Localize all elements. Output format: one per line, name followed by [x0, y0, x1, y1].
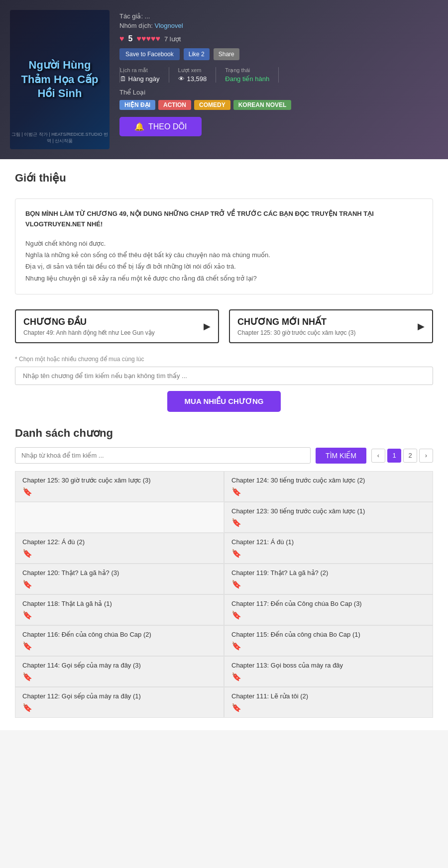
status-value: Đang tiến hành [225, 75, 269, 83]
genre-action[interactable]: ACTION [158, 100, 191, 110]
buy-section: * Chọn một hoặc nhiều chương để mua cùng… [15, 356, 433, 412]
intro-line-2: Nghĩa là những kẻ còn sống có thể thêu d… [25, 249, 423, 261]
stars-icons: ♥♥♥♥♥ [136, 34, 160, 43]
eye-icon: 👁 [178, 75, 185, 83]
group-label: Nhóm dịch: [119, 22, 153, 29]
genre-section-label: Thể Loại [119, 89, 438, 96]
list-item[interactable]: Chapter 125: 30 giờ trước cuộc xâm lược … [15, 471, 224, 502]
chapter-title: Chapter 113: Gọi boss của mày ra đây [231, 662, 426, 669]
list-item[interactable]: Chapter 114: Gọi sếp của mày ra đây (3) … [15, 656, 224, 687]
bookmark-icon: 🔖 [22, 611, 32, 619]
chapter-title: Chapter 122: Á đù (2) [22, 538, 217, 546]
views-value: 👁 13,598 [178, 75, 207, 83]
content-area: Giới thiệu BỌN MÌNH LÀM TỪ CHƯƠNG 49, NỘ… [0, 159, 448, 730]
list-item[interactable]: Chapter 122: Á đù (2) 🔖 [15, 533, 224, 564]
social-row: Save to Facebook Like 2 Share [119, 48, 438, 60]
release-label: Lịch ra mắt [120, 67, 160, 74]
prev-page-btn[interactable]: ‹ [371, 449, 385, 463]
genre-row: HIỆN ĐẠI ACTION COMEDY KOREAN NOVEL [119, 100, 438, 110]
follow-button[interactable]: 🔔 THEO DÕI [119, 117, 202, 136]
list-item[interactable]: Chapter 111: Lẽ rửa tôi (2) 🔖 [224, 687, 433, 718]
bookmark-icon: 🔖 [22, 487, 32, 496]
list-item[interactable]: Chapter 121: Á đù (1) 🔖 [224, 533, 433, 564]
views-meta: Lượt xem 👁 13,598 [169, 67, 217, 83]
follow-label: THEO DÕI [148, 122, 187, 131]
list-item[interactable]: Chapter 123: 30 tiếng trước cuộc xâm lượ… [224, 502, 433, 533]
facebook-button[interactable]: Save to Facebook [119, 48, 180, 60]
bookmark-icon: 🔖 [22, 549, 32, 558]
rating-row: ♥ 5 ♥♥♥♥♥ 7 lượt [119, 34, 438, 43]
search-button[interactable]: TÌM KIẾM [316, 448, 366, 464]
intro-note: BỌN MÌNH LÀM TỪ CHƯƠNG 49, NỘI DUNG NHỮN… [25, 209, 423, 230]
bookmark-icon: 🔖 [231, 611, 241, 619]
intro-box: BỌN MÌNH LÀM TỪ CHƯƠNG 49, NỘI DUNG NHỮN… [15, 198, 433, 294]
cover-title: Người Hùng Thảm Họa Cấp Hồi Sinh [10, 53, 110, 106]
chapter-navigation: CHƯƠNG ĐẦU Chapter 49: Anh hành động hết… [15, 309, 433, 343]
hero-info: Tác giả: ... Nhóm dịch: Vlognovel ♥ 5 ♥♥… [119, 10, 438, 149]
page-2-btn[interactable]: 2 [403, 449, 417, 463]
group-link[interactable]: Vlognovel [155, 22, 183, 29]
bookmark-icon: 🔖 [22, 673, 32, 681]
list-item[interactable]: Chapter 115: Đến của công chúa Bo Cap (1… [224, 625, 433, 656]
chapter-search-row: TÌM KIẾM ‹ 1 2 › [15, 447, 433, 464]
intro-line-1: Người chết không nói được. [25, 238, 423, 249]
latest-chapter-btn[interactable]: CHƯƠNG MỚI NHẤT Chapter 125: 30 giờ trướ… [229, 309, 433, 343]
next-page-btn[interactable]: › [419, 449, 433, 463]
list-item[interactable]: Chapter 113: Gọi boss của mày ra đây 🔖 [224, 656, 433, 687]
bookmark-icon: 🔖 [231, 549, 241, 558]
first-chapter-label: CHƯƠNG ĐẦU [23, 316, 155, 327]
like-button[interactable]: Like 2 [184, 48, 210, 60]
intro-line-4: Nhưng liệu chuyện gì sẽ xảy ra nếu một k… [25, 273, 423, 284]
genre-comedy[interactable]: COMEDY [194, 100, 230, 110]
book-cover: Người Hùng Thảm Họa Cấp Hồi Sinh 그림 | 이범… [10, 10, 110, 149]
list-item[interactable]: Chapter 124: 30 tiếng trước cuộc xâm lượ… [224, 471, 433, 502]
pagination: ‹ 1 2 › [371, 449, 433, 463]
page-1-btn[interactable]: 1 [387, 449, 401, 463]
rating-count: 7 lượt [164, 35, 181, 43]
author-line: Tác giả: ... [119, 12, 438, 20]
chapter-list-section: Danh sách chương TÌM KIẾM ‹ 1 2 › Chapte… [15, 427, 433, 718]
chapter-title: Chapter 111: Lẽ rửa tôi (2) [231, 692, 426, 700]
genre-modern[interactable]: HIỆN ĐẠI [119, 100, 155, 110]
genre-korean[interactable]: KOREAN NOVEL [233, 100, 292, 110]
hero-section: Người Hùng Thảm Họa Cấp Hồi Sinh 그림 | 이범… [0, 0, 448, 159]
chapter-title: Chapter 116: Đến của công chúa Bo Cap (2… [22, 631, 217, 638]
buy-hint: * Chọn một hoặc nhiều chương để mua cùng… [15, 356, 433, 363]
status-label: Trạng thái [225, 67, 269, 74]
list-item[interactable]: Chapter 112: Gọi sếp của mày ra đây (1) … [15, 687, 224, 718]
list-item-empty [15, 502, 224, 533]
first-chapter-btn[interactable]: CHƯƠNG ĐẦU Chapter 49: Anh hành động hết… [15, 309, 219, 343]
bookmark-icon: 🔖 [231, 703, 241, 712]
buy-many-button[interactable]: MUA NHIỀU CHƯƠNG [167, 391, 281, 412]
intro-section-title: Giới thiệu [15, 172, 433, 189]
chapter-title: Chapter 114: Gọi sếp của mày ra đây (3) [22, 662, 217, 669]
latest-chapter-info: CHƯƠNG MỚI NHẤT Chapter 125: 30 giờ trướ… [237, 316, 355, 336]
views-label: Lượt xem [178, 67, 207, 74]
chapter-title: Chapter 121: Á đù (1) [231, 538, 426, 546]
heart-icon: ♥ [119, 34, 124, 43]
list-item[interactable]: Chapter 116: Đến của công chúa Bo Cap (2… [15, 625, 224, 656]
intro-text: Người chết không nói được. Nghĩa là nhữn… [25, 238, 423, 285]
share-button[interactable]: Share [214, 48, 239, 60]
bookmark-icon: 🔖 [231, 580, 241, 588]
bookmark-icon: 🔖 [231, 642, 241, 650]
meta-row: Lịch ra mắt 🗓 Hàng ngày Lượt xem 👁 13,59… [119, 67, 438, 83]
list-item[interactable]: Chapter 120: Thật? Là gã hả? (3) 🔖 [15, 564, 224, 594]
list-item[interactable]: Chapter 119: Thật? Là gã hả? (2) 🔖 [224, 564, 433, 594]
rating-score: 5 [128, 34, 133, 43]
chapter-title: Chapter 119: Thật? Là gã hả? (2) [231, 569, 426, 577]
chapter-title: Chapter 117: Đến của Công chúa Bo Cap (3… [231, 600, 426, 607]
bookmark-icon: 🔖 [22, 703, 32, 712]
chapter-title: Chapter 123: 30 tiếng trước cuộc xâm lượ… [231, 507, 426, 515]
chapter-search-buy-input[interactable] [15, 367, 433, 385]
chapter-title: Chapter 115: Đến của công chúa Bo Cap (1… [231, 631, 426, 638]
views-count: 13,598 [187, 75, 207, 83]
list-item[interactable]: Chapter 118: Thật Là gã hả (1) 🔖 [15, 594, 224, 625]
chapter-search-input[interactable] [15, 447, 311, 464]
list-item[interactable]: Chapter 117: Đến của Công chúa Bo Cap (3… [224, 594, 433, 625]
bookmark-icon: 🔖 [231, 487, 241, 496]
release-meta: Lịch ra mắt 🗓 Hàng ngày [120, 67, 169, 83]
bell-icon: 🔔 [134, 122, 144, 131]
intro-line-3: Địa vị, di sản và tiền tài đều có thể bị… [25, 261, 423, 272]
bookmark-icon: 🔖 [231, 673, 241, 681]
